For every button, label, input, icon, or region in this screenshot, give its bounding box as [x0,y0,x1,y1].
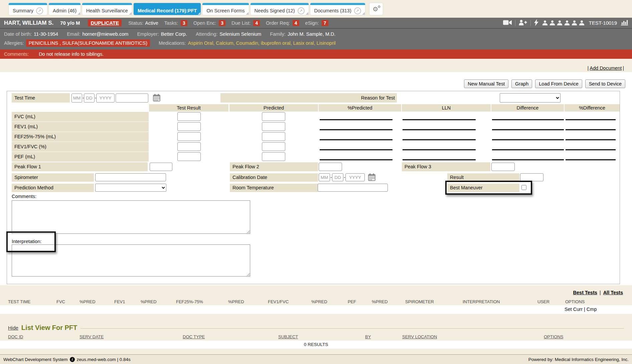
reason-for-test-label: Reason for Test [220,93,397,103]
medications-list[interactable]: Aspirin Oral, Calcium, Coumadin, ibuprof… [188,40,335,46]
tab-needs-signed[interactable]: Needs Signed (12) ↗ [251,3,309,15]
lightning-bolt-icon[interactable] [534,19,538,27]
reason-for-test-select[interactable] [500,93,561,103]
fvc-predicted-input[interactable] [262,112,285,121]
test-time-day-input[interactable] [84,94,95,103]
row-label-fef25-75: FEF25%-75% (mL) [12,132,149,142]
result-label: Result [447,173,519,182]
tab-on-screen-forms[interactable]: On Screen Forms [202,3,249,15]
duplicate-flag[interactable]: DUPLICATE [88,19,122,26]
link-separator: | [600,290,601,295]
fvc-test-result-input[interactable] [177,112,201,121]
col-serv-date[interactable]: SERV DATE [80,334,104,339]
fef25-75-test-result-input[interactable] [177,132,201,141]
hide-link[interactable]: Hide [8,325,18,331]
test-time-time-input[interactable] [116,94,148,103]
calendar-icon[interactable] [153,94,160,103]
col-doc-type[interactable]: DOC TYPE [183,334,205,339]
col-interpretation: INTERPRETATION [463,299,500,304]
order-req-label: Order Req: [266,20,290,26]
tab-summary[interactable]: Summary ↗ [9,3,47,15]
best-tests-link[interactable]: Best Tests [573,290,597,295]
all-tests-link[interactable]: All Tests [603,290,623,295]
best-maneuver-checkbox[interactable] [521,185,526,190]
fvc-percent-difference-line [566,119,616,120]
comments-bar-label: Comments: [4,51,29,57]
due-list-count-badge[interactable]: 4 [253,20,260,26]
date-separator: - [344,173,345,181]
col-doc-options[interactable]: OPTIONS [544,334,564,339]
test-time-year-input[interactable] [96,94,115,103]
interpretation-label: Interpretation: [12,239,41,244]
add-document-link[interactable]: Add Document [590,65,622,71]
spirometer-input[interactable] [95,173,166,181]
new-manual-test-button[interactable]: New Manual Test [464,79,508,88]
send-to-device-button[interactable]: Send to Device [585,79,625,88]
fev1-predicted-input[interactable] [262,122,285,131]
tab-label: Summary [13,8,33,13]
order-req-count-badge[interactable]: 4 [293,20,299,26]
form-comments-textarea[interactable] [12,200,250,234]
person-icon [542,20,548,25]
col-fef25-75: FEF25%-75% [176,299,203,304]
dob-value: 11-30-1954 [34,31,58,37]
tab-health-surveillance[interactable]: Health Surveillance [82,3,132,15]
system-id: TEST-10019 [589,20,617,26]
col-subject[interactable]: SUBJECT [278,334,298,339]
fev1-fvc-predicted-input[interactable] [262,142,285,151]
calibration-day-input[interactable] [332,173,343,181]
pef-test-result-input[interactable] [177,152,201,161]
room-temperature-input[interactable] [318,184,388,192]
result-input[interactable] [520,173,543,181]
tab-documents[interactable]: Documents (313) ↗ [310,3,365,15]
fef25-75-predicted-input[interactable] [262,132,285,141]
calendar-icon[interactable] [368,173,375,182]
graph-button[interactable]: Graph [511,79,532,88]
col-by[interactable]: BY [365,334,371,339]
peak-flow-2-label: Peak Flow 2 [230,162,318,171]
tasks-count-badge[interactable]: 3 [181,20,187,26]
allergies-badge[interactable]: PENICILLINS , SULFA(SULFONAMIDE ANTIBIOT… [26,39,150,47]
col-pef: PEF [348,299,356,304]
col-options: OPTIONS [565,299,585,304]
patient-bar-icons: TEST-10019 [503,19,628,27]
load-from-device-button[interactable]: Load From Device [535,79,582,88]
col-pred-2: %PRED [141,299,157,304]
person-icon [564,20,570,25]
set-curr-link[interactable]: Set Curr [565,307,583,312]
empty-results-row: 0 RESULTS [0,341,632,349]
fev1-fvc-test-result-input[interactable] [177,142,201,151]
tab-medical-record[interactable]: Medical Record (179):PFT [134,3,201,15]
interpretation-textarea[interactable] [12,244,250,277]
care-team-icons[interactable] [542,20,585,25]
settings-button[interactable]: ⚙ ⚙ [369,3,383,15]
col-serv-location[interactable]: SERV LOCATION [402,334,437,339]
popout-icon[interactable]: ↗ [36,7,43,14]
tab-label: Admin (46) [53,8,76,13]
pef-predicted-input[interactable] [262,152,285,161]
col-pred-1: %PRED [80,299,96,304]
list-view-header: Hide List View For PFT [8,323,632,332]
video-camera-icon[interactable] [503,20,512,26]
col-fev1-fvc: FEV1/FVC [268,299,289,304]
col-fev1: FEV1 [114,299,125,304]
cmp-link[interactable]: Cmp [587,307,597,312]
peak-flow-1-input[interactable] [150,163,172,171]
esign-count-badge[interactable]: 7 [322,20,328,26]
add-person-icon[interactable] [519,20,527,26]
popout-icon[interactable]: ↗ [354,7,361,14]
test-time-month-input[interactable] [71,94,82,103]
popout-icon[interactable]: ↗ [298,7,305,14]
patient-age-sex: 70 y/o M [60,20,80,26]
peak-flow-3-input[interactable] [491,163,515,171]
fev1-test-result-input[interactable] [177,122,201,131]
calibration-month-input[interactable] [319,173,330,181]
prediction-method-select[interactable] [95,184,166,192]
bar-chart-icon[interactable] [621,20,628,26]
info-icon[interactable]: i [70,357,75,362]
col-doc-id[interactable]: DOC ID [8,334,23,339]
calibration-year-input[interactable] [345,173,365,181]
peak-flow-2-input[interactable] [319,163,342,171]
tab-admin[interactable]: Admin (46) [49,3,81,15]
open-enc-count-badge[interactable]: 3 [219,20,225,26]
